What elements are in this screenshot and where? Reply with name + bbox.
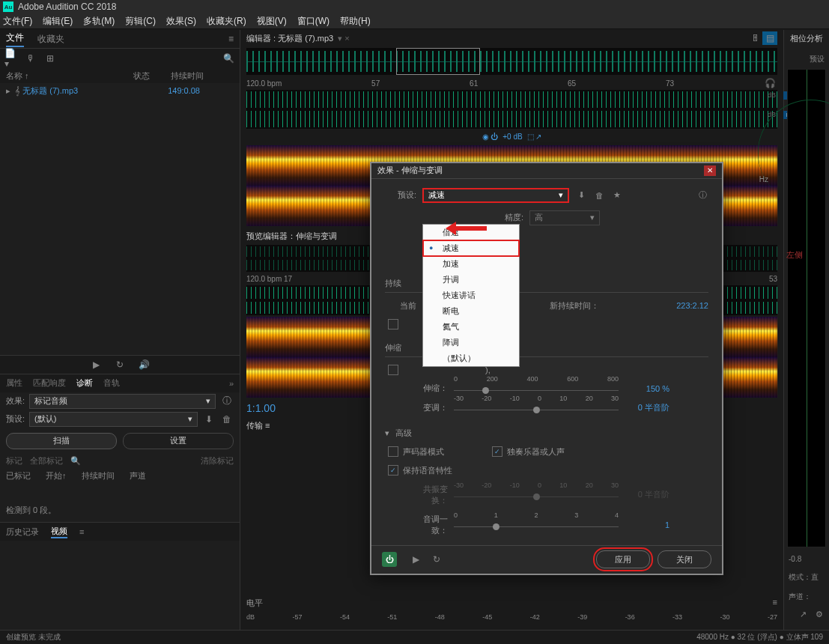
spectral-view-icon[interactable]: ▤ — [762, 31, 777, 45]
close-icon[interactable]: ✕ — [704, 165, 716, 176]
preview-play-icon[interactable]: ▶ — [409, 553, 422, 566]
col-name[interactable]: 名称 ↑ — [6, 70, 133, 82]
tab-history[interactable]: 历史记录 — [6, 526, 39, 538]
new-dur-value: 223:2.12 — [676, 301, 708, 310]
timeline[interactable]: 120.0 bpm 57 61 65 73 🎧 — [240, 76, 783, 90]
solo-checkbox[interactable]: ✓ — [492, 446, 502, 457]
search-icon[interactable]: 🔍 — [222, 52, 235, 65]
power-toggle[interactable]: ⏻ — [382, 552, 397, 567]
save-preset-icon[interactable]: ⬇ — [575, 190, 587, 200]
col-duration[interactable]: 持续时间 — [171, 70, 204, 82]
consistency-value[interactable]: 1 — [625, 520, 669, 529]
loop-icon[interactable]: ↻ — [113, 358, 127, 371]
menu-view[interactable]: 视图(V) — [257, 15, 287, 28]
pitch-slider-label: 变调： — [418, 402, 448, 413]
menu-file[interactable]: 文件(F) — [3, 15, 32, 28]
phase-panel-title: 相位分析 — [784, 30, 829, 52]
pin-icon[interactable]: 🎧 — [764, 76, 777, 90]
menu-help[interactable]: 帮助(H) — [340, 15, 371, 28]
waveform-overview[interactable] — [246, 48, 777, 75]
consistency-slider[interactable]: 01234 — [454, 519, 619, 531]
hist-more-icon[interactable]: ≡ — [79, 527, 84, 536]
preview-loop-icon[interactable]: ↻ — [430, 553, 443, 566]
levels-panel: 电平≡ dB-57-54-51-48-45-42-39-36-33-30-27 — [240, 595, 783, 631]
info-icon[interactable]: ⓘ — [220, 395, 234, 408]
phase-scope[interactable]: 左侧 — [787, 69, 826, 547]
status-left: 创建预览 未完成 — [6, 632, 61, 643]
autoplay-icon[interactable]: 🔊 — [137, 358, 151, 371]
menu-window[interactable]: 窗口(W) — [297, 15, 330, 28]
record-icon[interactable]: 🎙 — [24, 52, 37, 65]
file-row[interactable]: ▸ 𝄞 无标题 (7).mp3 149:0.08 — [0, 83, 240, 98]
open-file-icon[interactable]: 📄▾ — [4, 52, 18, 65]
delete-preset-icon[interactable]: 🗑 — [220, 413, 234, 426]
search-markers-icon[interactable]: 🔍 — [70, 456, 81, 466]
mark-button[interactable]: 标记 — [6, 455, 22, 467]
trash-icon[interactable]: 🗑 — [593, 191, 605, 200]
dd-item-fasttalk[interactable]: 快速讲话 — [423, 288, 519, 303]
dd-item-pitchdown[interactable]: 降调 — [423, 335, 519, 350]
editor-header: 编辑器 : 无标题 (7).mp3 ▾ × 🎚 ▤ — [240, 30, 783, 46]
dd-item-pitchup[interactable]: 升调 — [423, 272, 519, 288]
panel-menu-icon[interactable]: ≡ — [228, 34, 234, 44]
tab-loudness[interactable]: 匹配响度 — [33, 377, 66, 389]
tab-favorites[interactable]: 收藏夹 — [37, 33, 64, 46]
stretch-pitch-dialog: 效果 - 伸缩与变调 ✕ 预设: 减速▾ ⬇ 🗑 ★ ⓘ 倍速 减速 加速 升调… — [370, 162, 723, 575]
dd-item-double[interactable]: 倍速 — [423, 225, 519, 240]
tab-files[interactable]: 文件 — [6, 31, 24, 47]
lock-stretch-checkbox[interactable] — [388, 319, 398, 329]
tab-pitch[interactable]: 音轨 — [103, 377, 120, 389]
dd-item-default[interactable]: （默认） — [423, 350, 519, 366]
dialog-titlebar[interactable]: 效果 - 伸缩与变调 ✕ — [371, 163, 722, 179]
menu-edit[interactable]: 编辑(E) — [43, 15, 73, 28]
insert-icon[interactable]: ⊞ — [43, 52, 57, 65]
effect-select[interactable]: 标记音频▾ — [29, 394, 216, 409]
play-icon[interactable]: ▶ — [89, 358, 103, 371]
phase-preset[interactable]: 预设 — [784, 52, 829, 66]
info-icon[interactable]: ⓘ — [696, 189, 708, 201]
current-dur-label: 当前 — [385, 300, 416, 312]
settings-gear-icon[interactable]: ⚙ — [816, 610, 823, 628]
vocoder-checkbox[interactable] — [388, 446, 398, 457]
precision-combo[interactable]: 高▾ — [529, 210, 600, 225]
menu-clip[interactable]: 剪辑(C) — [125, 15, 156, 28]
save-preset-icon[interactable]: ⬇ — [202, 413, 216, 426]
dd-item-poweroff[interactable]: 断电 — [423, 303, 519, 319]
tab-video[interactable]: 视频 — [51, 526, 67, 538]
diag-more-icon[interactable]: » — [229, 379, 234, 388]
pitch-value[interactable]: 0 半音阶 — [625, 402, 669, 413]
apply-button[interactable]: 应用 — [596, 550, 650, 568]
preserve-checkbox[interactable]: ✓ — [388, 465, 398, 476]
volume-knob[interactable]: ◉ ⏻ +0 dB ⬚ ↗ — [246, 129, 777, 144]
export-icon[interactable]: ↗ — [800, 610, 807, 628]
dd-item-speedup[interactable]: 加速 — [423, 256, 519, 272]
menu-favorites[interactable]: 收藏夹(R) — [207, 15, 246, 28]
zoom-tool-icon[interactable]: 🎚 — [749, 31, 762, 45]
pitch-slider[interactable]: -30-20-100102030 — [454, 402, 619, 414]
tab-diagnostics[interactable]: 诊断 — [76, 377, 93, 389]
col-status[interactable]: 状态 — [133, 70, 171, 82]
stretch-slider[interactable]: 0200400600800 — [454, 383, 619, 395]
settings-button[interactable]: 设置 — [123, 433, 234, 449]
menu-multitrack[interactable]: 多轨(M) — [83, 15, 115, 28]
phase-mode: 模式：直 — [784, 568, 829, 587]
menu-effects[interactable]: 效果(S) — [166, 15, 196, 28]
stretch-value[interactable]: 150 % — [625, 384, 669, 393]
dd-item-slowdown[interactable]: 减速 — [423, 240, 519, 256]
formant-value: 0 半音阶 — [625, 489, 669, 500]
mark-all-button[interactable]: 全部标记 — [30, 455, 63, 467]
waveform-left[interactable]: dBL — [246, 90, 777, 109]
advanced-disclosure[interactable]: ▾ — [385, 428, 389, 438]
waveform-right[interactable]: dBR — [246, 109, 777, 129]
dd-item-helium[interactable]: 氦气 — [423, 319, 519, 335]
clear-markers-button[interactable]: 清除标记 — [201, 455, 234, 467]
diag-tabs: 属性 匹配响度 诊断 音轨 » — [0, 374, 240, 392]
preset-select[interactable]: (默认)▾ — [29, 412, 198, 427]
close-button[interactable]: 关闭 — [658, 550, 711, 568]
marker-header: 已标记 开始↑ 持续时间 声道 — [0, 469, 240, 484]
star-icon[interactable]: ★ — [611, 190, 623, 200]
dlg-preset-combo[interactable]: 减速▾ — [422, 188, 569, 203]
scan-button[interactable]: 扫描 — [6, 433, 117, 449]
lock-new-checkbox[interactable] — [388, 365, 398, 375]
tab-properties[interactable]: 属性 — [6, 377, 22, 389]
